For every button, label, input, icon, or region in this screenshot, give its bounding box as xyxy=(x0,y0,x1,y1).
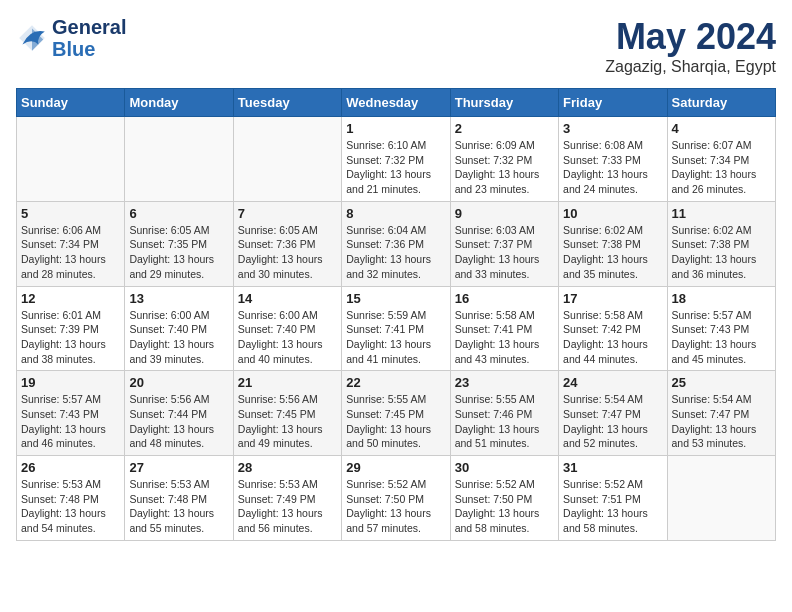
day-info: Sunrise: 5:54 AM Sunset: 7:47 PM Dayligh… xyxy=(672,392,771,451)
day-info: Sunrise: 5:57 AM Sunset: 7:43 PM Dayligh… xyxy=(21,392,120,451)
calendar-cell: 15Sunrise: 5:59 AM Sunset: 7:41 PM Dayli… xyxy=(342,286,450,371)
calendar-cell: 20Sunrise: 5:56 AM Sunset: 7:44 PM Dayli… xyxy=(125,371,233,456)
day-info: Sunrise: 6:07 AM Sunset: 7:34 PM Dayligh… xyxy=(672,138,771,197)
logo-general: General xyxy=(52,16,126,38)
day-number: 1 xyxy=(346,121,445,136)
day-number: 6 xyxy=(129,206,228,221)
day-info: Sunrise: 5:55 AM Sunset: 7:46 PM Dayligh… xyxy=(455,392,554,451)
day-info: Sunrise: 5:53 AM Sunset: 7:48 PM Dayligh… xyxy=(21,477,120,536)
day-number: 20 xyxy=(129,375,228,390)
calendar-cell: 6Sunrise: 6:05 AM Sunset: 7:35 PM Daylig… xyxy=(125,201,233,286)
calendar-cell: 22Sunrise: 5:55 AM Sunset: 7:45 PM Dayli… xyxy=(342,371,450,456)
day-number: 26 xyxy=(21,460,120,475)
calendar-cell: 11Sunrise: 6:02 AM Sunset: 7:38 PM Dayli… xyxy=(667,201,775,286)
day-number: 15 xyxy=(346,291,445,306)
day-number: 10 xyxy=(563,206,662,221)
logo: General Blue xyxy=(16,16,126,60)
calendar-header-row: SundayMondayTuesdayWednesdayThursdayFrid… xyxy=(17,89,776,117)
logo-icon xyxy=(16,22,48,54)
calendar-cell: 10Sunrise: 6:02 AM Sunset: 7:38 PM Dayli… xyxy=(559,201,667,286)
day-info: Sunrise: 6:08 AM Sunset: 7:33 PM Dayligh… xyxy=(563,138,662,197)
calendar-cell: 24Sunrise: 5:54 AM Sunset: 7:47 PM Dayli… xyxy=(559,371,667,456)
day-number: 27 xyxy=(129,460,228,475)
calendar-cell xyxy=(17,117,125,202)
day-number: 7 xyxy=(238,206,337,221)
day-info: Sunrise: 5:57 AM Sunset: 7:43 PM Dayligh… xyxy=(672,308,771,367)
day-number: 17 xyxy=(563,291,662,306)
calendar-table: SundayMondayTuesdayWednesdayThursdayFrid… xyxy=(16,88,776,541)
calendar-cell: 23Sunrise: 5:55 AM Sunset: 7:46 PM Dayli… xyxy=(450,371,558,456)
day-info: Sunrise: 6:00 AM Sunset: 7:40 PM Dayligh… xyxy=(129,308,228,367)
day-number: 4 xyxy=(672,121,771,136)
day-info: Sunrise: 6:05 AM Sunset: 7:36 PM Dayligh… xyxy=(238,223,337,282)
day-number: 28 xyxy=(238,460,337,475)
calendar-cell: 9Sunrise: 6:03 AM Sunset: 7:37 PM Daylig… xyxy=(450,201,558,286)
calendar-week-5: 26Sunrise: 5:53 AM Sunset: 7:48 PM Dayli… xyxy=(17,456,776,541)
day-number: 22 xyxy=(346,375,445,390)
day-number: 5 xyxy=(21,206,120,221)
calendar-cell: 2Sunrise: 6:09 AM Sunset: 7:32 PM Daylig… xyxy=(450,117,558,202)
day-info: Sunrise: 5:56 AM Sunset: 7:44 PM Dayligh… xyxy=(129,392,228,451)
day-info: Sunrise: 6:00 AM Sunset: 7:40 PM Dayligh… xyxy=(238,308,337,367)
calendar-cell xyxy=(233,117,341,202)
calendar-cell: 5Sunrise: 6:06 AM Sunset: 7:34 PM Daylig… xyxy=(17,201,125,286)
calendar-cell xyxy=(667,456,775,541)
title-block: May 2024 Zagazig, Sharqia, Egypt xyxy=(605,16,776,76)
day-number: 30 xyxy=(455,460,554,475)
day-number: 9 xyxy=(455,206,554,221)
day-number: 16 xyxy=(455,291,554,306)
day-info: Sunrise: 5:52 AM Sunset: 7:51 PM Dayligh… xyxy=(563,477,662,536)
calendar-cell: 8Sunrise: 6:04 AM Sunset: 7:36 PM Daylig… xyxy=(342,201,450,286)
weekday-header-sunday: Sunday xyxy=(17,89,125,117)
calendar-cell: 27Sunrise: 5:53 AM Sunset: 7:48 PM Dayli… xyxy=(125,456,233,541)
day-info: Sunrise: 5:58 AM Sunset: 7:41 PM Dayligh… xyxy=(455,308,554,367)
day-number: 12 xyxy=(21,291,120,306)
calendar-week-2: 5Sunrise: 6:06 AM Sunset: 7:34 PM Daylig… xyxy=(17,201,776,286)
weekday-header-monday: Monday xyxy=(125,89,233,117)
day-info: Sunrise: 6:03 AM Sunset: 7:37 PM Dayligh… xyxy=(455,223,554,282)
calendar-cell: 26Sunrise: 5:53 AM Sunset: 7:48 PM Dayli… xyxy=(17,456,125,541)
calendar-cell: 30Sunrise: 5:52 AM Sunset: 7:50 PM Dayli… xyxy=(450,456,558,541)
calendar-cell: 1Sunrise: 6:10 AM Sunset: 7:32 PM Daylig… xyxy=(342,117,450,202)
calendar-cell: 12Sunrise: 6:01 AM Sunset: 7:39 PM Dayli… xyxy=(17,286,125,371)
calendar-week-3: 12Sunrise: 6:01 AM Sunset: 7:39 PM Dayli… xyxy=(17,286,776,371)
day-number: 8 xyxy=(346,206,445,221)
day-info: Sunrise: 5:56 AM Sunset: 7:45 PM Dayligh… xyxy=(238,392,337,451)
month-title: May 2024 xyxy=(605,16,776,58)
day-info: Sunrise: 5:53 AM Sunset: 7:48 PM Dayligh… xyxy=(129,477,228,536)
calendar-cell: 21Sunrise: 5:56 AM Sunset: 7:45 PM Dayli… xyxy=(233,371,341,456)
calendar-cell: 4Sunrise: 6:07 AM Sunset: 7:34 PM Daylig… xyxy=(667,117,775,202)
day-info: Sunrise: 6:09 AM Sunset: 7:32 PM Dayligh… xyxy=(455,138,554,197)
weekday-header-wednesday: Wednesday xyxy=(342,89,450,117)
calendar-cell: 25Sunrise: 5:54 AM Sunset: 7:47 PM Dayli… xyxy=(667,371,775,456)
calendar-cell: 18Sunrise: 5:57 AM Sunset: 7:43 PM Dayli… xyxy=(667,286,775,371)
calendar-cell: 31Sunrise: 5:52 AM Sunset: 7:51 PM Dayli… xyxy=(559,456,667,541)
page-header: General Blue May 2024 Zagazig, Sharqia, … xyxy=(16,16,776,76)
calendar-cell: 7Sunrise: 6:05 AM Sunset: 7:36 PM Daylig… xyxy=(233,201,341,286)
day-info: Sunrise: 5:54 AM Sunset: 7:47 PM Dayligh… xyxy=(563,392,662,451)
weekday-header-tuesday: Tuesday xyxy=(233,89,341,117)
calendar-cell: 14Sunrise: 6:00 AM Sunset: 7:40 PM Dayli… xyxy=(233,286,341,371)
day-number: 23 xyxy=(455,375,554,390)
calendar-cell: 19Sunrise: 5:57 AM Sunset: 7:43 PM Dayli… xyxy=(17,371,125,456)
day-info: Sunrise: 6:02 AM Sunset: 7:38 PM Dayligh… xyxy=(672,223,771,282)
day-number: 13 xyxy=(129,291,228,306)
day-info: Sunrise: 6:01 AM Sunset: 7:39 PM Dayligh… xyxy=(21,308,120,367)
day-number: 18 xyxy=(672,291,771,306)
day-number: 24 xyxy=(563,375,662,390)
day-number: 25 xyxy=(672,375,771,390)
calendar-week-1: 1Sunrise: 6:10 AM Sunset: 7:32 PM Daylig… xyxy=(17,117,776,202)
calendar-cell xyxy=(125,117,233,202)
day-info: Sunrise: 6:02 AM Sunset: 7:38 PM Dayligh… xyxy=(563,223,662,282)
calendar-week-4: 19Sunrise: 5:57 AM Sunset: 7:43 PM Dayli… xyxy=(17,371,776,456)
day-info: Sunrise: 5:55 AM Sunset: 7:45 PM Dayligh… xyxy=(346,392,445,451)
calendar-cell: 13Sunrise: 6:00 AM Sunset: 7:40 PM Dayli… xyxy=(125,286,233,371)
day-info: Sunrise: 6:05 AM Sunset: 7:35 PM Dayligh… xyxy=(129,223,228,282)
day-info: Sunrise: 6:06 AM Sunset: 7:34 PM Dayligh… xyxy=(21,223,120,282)
day-number: 2 xyxy=(455,121,554,136)
weekday-header-saturday: Saturday xyxy=(667,89,775,117)
day-number: 14 xyxy=(238,291,337,306)
calendar-cell: 16Sunrise: 5:58 AM Sunset: 7:41 PM Dayli… xyxy=(450,286,558,371)
day-info: Sunrise: 5:59 AM Sunset: 7:41 PM Dayligh… xyxy=(346,308,445,367)
calendar-cell: 28Sunrise: 5:53 AM Sunset: 7:49 PM Dayli… xyxy=(233,456,341,541)
